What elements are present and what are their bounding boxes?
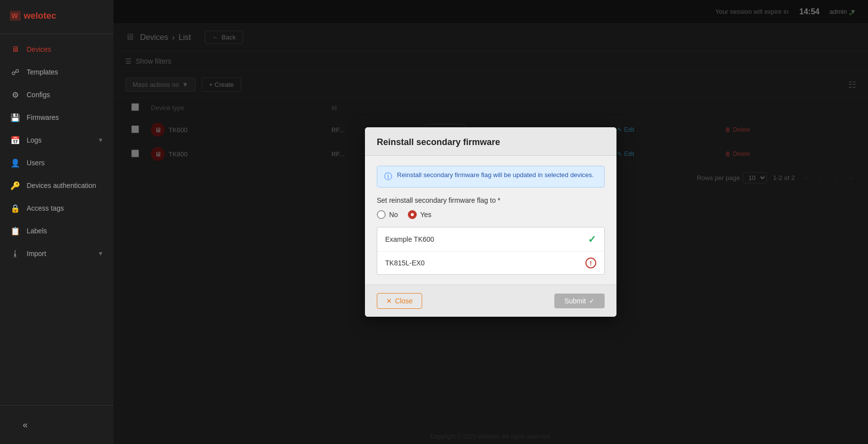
radio-no-label: No — [389, 211, 398, 219]
radio-yes-option[interactable]: Yes — [408, 210, 432, 219]
configs-icon: ⚙ — [10, 89, 21, 100]
submit-label: Submit — [564, 297, 586, 305]
main-content: Your session will expire in 14:54 admin … — [113, 0, 868, 444]
sidebar-item-logs-label: Logs — [27, 136, 41, 144]
devices-auth-icon: 🔑 — [10, 180, 21, 191]
reinstall-firmware-modal: Reinstall secondary firmware ⓘ Reinstall… — [365, 127, 616, 317]
modal-header: Reinstall secondary firmware — [365, 127, 616, 156]
labels-icon: 📋 — [10, 225, 21, 236]
users-icon: 👤 — [10, 157, 21, 168]
devices-icon: 🖥 — [10, 44, 21, 55]
sidebar-item-import[interactable]: ⭳ Import ▼ — [0, 242, 113, 265]
device1-name: Example TK600 — [385, 235, 434, 243]
sidebar-item-devices-auth-label: Devices authentication — [27, 182, 96, 189]
sidebar-item-devices-label: Devices — [27, 45, 51, 53]
device-result-row: TK815L-EX0 ! — [377, 252, 604, 274]
close-x-icon: ✕ — [386, 297, 392, 305]
sidebar-item-templates[interactable]: ☍ Templates — [0, 61, 113, 83]
flag-label: Set reinstall secondary firmware flag to… — [377, 196, 605, 204]
svg-text:welotec: welotec — [23, 11, 56, 21]
modal-body: ⓘ Reinstall secondary firmware flag will… — [365, 156, 616, 285]
templates-icon: ☍ — [10, 67, 21, 77]
device-result-row: Example TK600 ✓ — [377, 227, 604, 252]
sidebar-nav: 🖥 Devices ☍ Templates ⚙ Configs 💾 Firmwa… — [0, 34, 113, 405]
device2-name: TK815L-EX0 — [385, 259, 425, 267]
sidebar-item-devices[interactable]: 🖥 Devices — [0, 38, 113, 61]
sidebar-item-access-tags[interactable]: 🔒 Access tags — [0, 197, 113, 220]
modal-footer: ✕ Close Submit ✓ — [365, 285, 616, 317]
logo: welotec W — [0, 0, 113, 34]
collapse-icon: « — [20, 419, 31, 430]
radio-yes-label: Yes — [420, 211, 432, 219]
sidebar-collapse[interactable]: « — [10, 413, 104, 436]
access-tags-icon: 🔒 — [10, 203, 21, 214]
modal-overlay: Reinstall secondary firmware ⓘ Reinstall… — [113, 0, 868, 444]
sidebar-item-users-label: Users — [27, 159, 45, 167]
radio-yes-circle — [408, 210, 417, 219]
sidebar-item-logs[interactable]: 📅 Logs ▼ — [0, 129, 113, 151]
svg-text:W: W — [11, 12, 18, 20]
info-icon: ⓘ — [384, 172, 392, 182]
sidebar-item-labels[interactable]: 📋 Labels — [0, 220, 113, 242]
close-label: Close — [395, 297, 413, 305]
modal-title: Reinstall secondary firmware — [377, 137, 500, 147]
sidebar-item-firmwares-label: Firmwares — [27, 113, 59, 121]
logs-icon: 📅 — [10, 135, 21, 146]
sidebar-item-users[interactable]: 👤 Users — [0, 151, 113, 174]
radio-group: No Yes — [377, 210, 605, 219]
sidebar-item-import-label: Import — [27, 250, 46, 258]
info-banner: ⓘ Reinstall secondary firmware flag will… — [377, 166, 605, 187]
device-results-list: Example TK600 ✓ TK815L-EX0 ! — [377, 227, 605, 275]
sidebar-footer: « — [0, 405, 113, 444]
import-icon: ⭳ — [10, 248, 21, 259]
firmwares-icon: 💾 — [10, 112, 21, 123]
sidebar-item-templates-label: Templates — [27, 68, 58, 76]
device1-success-icon: ✓ — [588, 233, 596, 245]
sidebar-item-firmwares[interactable]: 💾 Firmwares — [0, 106, 113, 129]
radio-no-option[interactable]: No — [377, 210, 398, 219]
close-button[interactable]: ✕ Close — [377, 293, 422, 309]
submit-button[interactable]: Submit ✓ — [554, 294, 605, 308]
sidebar-item-configs[interactable]: ⚙ Configs — [0, 83, 113, 106]
radio-no-circle — [377, 210, 386, 219]
sidebar: welotec W 🖥 Devices ☍ Templates ⚙ Config… — [0, 0, 113, 444]
import-chevron-icon: ▼ — [98, 250, 104, 257]
device2-error-icon: ! — [585, 258, 596, 268]
sidebar-item-configs-label: Configs — [27, 91, 50, 99]
info-text: Reinstall secondary firmware flag will b… — [397, 171, 594, 179]
submit-check-icon: ✓ — [589, 297, 595, 305]
logs-chevron-icon: ▼ — [98, 137, 104, 144]
sidebar-item-devices-auth[interactable]: 🔑 Devices authentication — [0, 174, 113, 197]
sidebar-item-labels-label: Labels — [27, 227, 47, 235]
sidebar-item-access-tags-label: Access tags — [27, 204, 64, 212]
